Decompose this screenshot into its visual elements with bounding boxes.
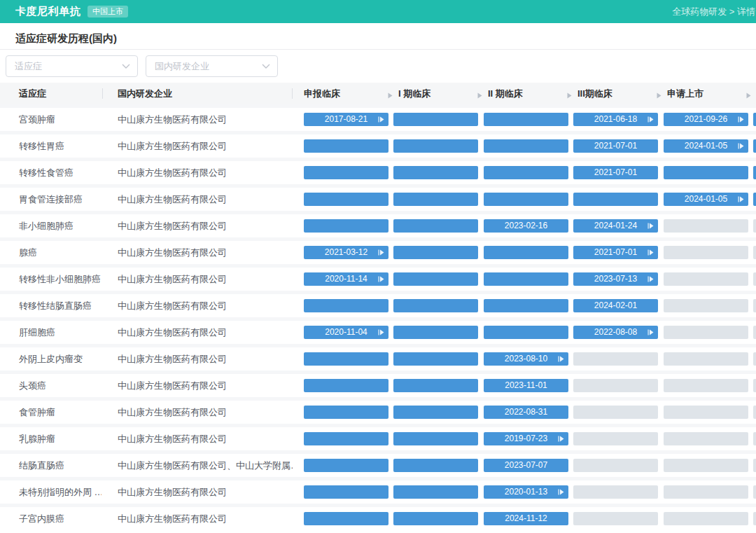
phase-bar[interactable]: 2022-08-31 [484,406,568,419]
phase-bar[interactable] [304,485,388,499]
phase-bar[interactable]: 2024-01-24 [573,219,658,233]
phase-bar[interactable]: 2023-08-10 [484,352,568,366]
app-header: 卡度尼利单抗 中国上市 全球药物研发 > 详情 [0,0,756,23]
company-cell: 中山康方生物医药有限公司、中山大学附属… [118,454,293,477]
play-icon[interactable] [648,276,654,282]
phase-bar[interactable]: 2021-06-18 [573,113,658,126]
phase-bar[interactable]: 2020-11-14 [304,272,388,286]
play-icon[interactable] [738,196,744,202]
phase-bar[interactable]: 2024-01-05 [664,193,748,206]
phase-bar[interactable] [393,299,478,312]
phase-bar[interactable] [393,246,478,259]
indication-filter-placeholder: 适应症 [15,60,42,73]
phase-bar[interactable] [393,379,478,392]
play-icon[interactable] [558,356,564,362]
phase-bar[interactable]: 2021-07-01 [573,139,658,153]
phase-bar[interactable] [484,299,568,312]
phase-bar[interactable] [393,485,478,499]
phase-bar[interactable] [393,406,478,419]
play-icon[interactable] [648,249,654,256]
phase-bar[interactable] [573,193,658,206]
play-icon[interactable] [378,329,384,335]
play-icon[interactable] [378,276,384,282]
phase-date: 2024-01-24 [594,219,637,233]
phase-bar[interactable] [393,459,478,472]
phase-bar[interactable] [304,406,388,419]
phase-bar[interactable] [304,459,388,472]
phase-bar[interactable] [393,352,478,366]
phase-bar[interactable] [393,512,478,525]
play-icon[interactable] [378,249,384,256]
phase-bar[interactable]: 2024-11-12 [484,512,568,525]
phase-date: 2021-07-01 [594,166,637,179]
phase-bar[interactable] [393,113,478,126]
phase-bar[interactable] [753,193,756,206]
phase-bar[interactable] [304,512,388,525]
play-icon[interactable] [738,116,744,123]
phase-bar[interactable] [304,219,388,233]
phase-bar[interactable] [753,113,756,126]
play-icon[interactable] [738,143,744,149]
phase-bar[interactable] [393,272,478,286]
phase-bar[interactable] [484,246,568,259]
phase-bar[interactable]: 2022-08-08 [573,326,658,339]
phase-bar[interactable] [304,139,388,153]
phase-bar[interactable]: 2024-02-01 [573,299,658,312]
phase-bar[interactable] [484,193,568,206]
phase-bar[interactable] [664,166,748,179]
phase-bar[interactable] [304,299,388,312]
phase-bar[interactable] [393,326,478,339]
phase-bar[interactable] [484,166,568,179]
phase-bar[interactable] [393,166,478,179]
phase-bar[interactable]: 2024-01-05 [664,139,748,153]
breadcrumb[interactable]: 全球药物研发 > 详情 [672,6,756,18]
play-icon[interactable] [648,329,654,335]
phase-bar[interactable] [393,193,478,206]
phase-bar[interactable] [304,166,388,179]
play-icon[interactable] [558,436,564,442]
drug-title: 卡度尼利单抗 [15,5,80,18]
indication-cell: 转移性结肠直肠癌 [19,294,102,317]
arrow-right-icon [567,90,572,101]
phase-bar[interactable] [484,272,568,286]
header-divider [102,88,103,99]
phase-bar[interactable]: 2017-08-21 [304,113,388,126]
phase-bar[interactable] [753,166,756,179]
phase-bar[interactable] [304,379,388,392]
phase-bar[interactable] [393,139,478,153]
company-cell: 中山康方生物医药有限公司 [118,374,293,397]
phase-bar[interactable] [393,219,478,233]
indication-cell: 转移性非小细胞肺癌 [19,268,102,291]
phase-bar[interactable] [304,352,388,366]
play-icon[interactable] [558,489,564,495]
play-icon[interactable] [648,116,654,123]
phase-bar[interactable]: 2021-03-12 [304,246,388,259]
phase-bar[interactable]: 2023-07-07 [484,459,568,472]
play-icon[interactable] [378,116,384,123]
indication-filter-select[interactable]: 适应症 [6,55,138,77]
phase-bar [664,326,748,339]
company-filter-select[interactable]: 国内研发企业 [146,55,278,77]
phase-bar[interactable] [484,113,568,126]
phase-bar[interactable] [484,139,568,153]
company-cell: 中山康方生物医药有限公司 [118,134,293,158]
phase-bar[interactable] [393,432,478,445]
phase-bar[interactable] [304,432,388,445]
phase-bar[interactable]: 2019-07-23 [484,432,568,445]
phase-bar[interactable]: 2023-02-16 [484,219,568,233]
phase-bar [753,379,756,392]
phase-bar[interactable]: 2021-09-26 [664,113,748,126]
phase-bar[interactable] [304,193,388,206]
phase-bar[interactable]: 2023-11-01 [484,379,568,392]
phase-date: 2022-08-08 [594,326,637,339]
phase-bar[interactable]: 2021-07-01 [573,246,658,259]
phase-bar[interactable]: 2023-07-13 [573,272,658,286]
phase-bar[interactable] [753,139,756,153]
phase-bar[interactable] [484,326,568,339]
company-cell: 中山康方生物医药有限公司 [118,480,293,504]
phase-bar[interactable]: 2021-07-01 [573,166,658,179]
phase-bar[interactable]: 2020-01-13 [484,485,568,499]
play-icon[interactable] [648,223,654,229]
phase-bar [573,379,658,392]
phase-bar[interactable]: 2020-11-04 [304,326,388,339]
